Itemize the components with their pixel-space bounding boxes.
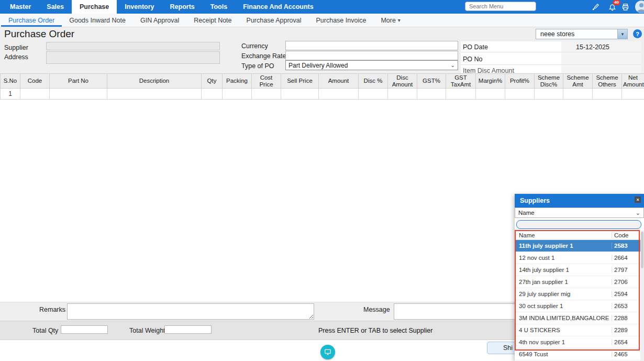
chevron-down-icon: ⌄ (451, 62, 458, 68)
search-menu-input[interactable] (465, 2, 536, 11)
supplier-row-6549-tcust[interactable]: 6549 Tcust2465 (515, 348, 640, 360)
supplier-row-4th-nov-suppier-1[interactable]: 4th nov suppier 12654 (515, 336, 640, 348)
user-avatar[interactable] (635, 1, 644, 13)
item-cell-part-no[interactable] (50, 89, 107, 100)
exchange-rate-field[interactable] (285, 51, 458, 60)
supplier-row-14th-july-supplier-1[interactable]: 14th july supplier 12797 (515, 264, 640, 276)
column-header-code: Code (20, 74, 50, 89)
tab-purchase-order[interactable]: Purchase Order (1, 14, 62, 27)
supplier-row-3m-india-limited-bangalore[interactable]: 3M INDIA LIMITED,BANGALORE2288 (515, 312, 640, 324)
supplier-field[interactable] (46, 42, 220, 50)
chevron-down-icon[interactable]: ▼ (617, 29, 627, 39)
item-cell-amount[interactable] (319, 89, 359, 100)
item-cell-cost-price[interactable] (252, 89, 281, 100)
item-cell-qty[interactable] (202, 89, 223, 100)
popup-scrollbar-thumb[interactable] (641, 232, 643, 268)
item-cell-sell-price[interactable] (281, 89, 319, 100)
tab-gin-approval[interactable]: GIN Approval (133, 14, 186, 27)
total-qty-field[interactable] (61, 325, 108, 334)
store-selector[interactable]: neee stores ▼ (536, 29, 628, 39)
tab-receipt-note[interactable]: Receipt Note (186, 14, 239, 27)
supplier-search-input[interactable] (516, 220, 641, 229)
tab-purchase-approval[interactable]: Purchase Approval (239, 14, 309, 27)
supplier-code: 2706 (612, 279, 640, 285)
tab-goods-inward-note[interactable]: Goods Inward Note (62, 14, 133, 27)
remarks-textarea[interactable] (67, 303, 314, 320)
supplier-row-30-oct-supplier-1[interactable]: 30 oct supplier 12653 (515, 300, 640, 312)
menu-sales[interactable]: Sales (39, 0, 72, 14)
help-icon[interactable]: ? (633, 29, 642, 38)
item-cell-gst-pct[interactable] (417, 89, 446, 100)
supplier-row-29-july-supplier-mig[interactable]: 29 july supplier mig2594 (515, 288, 640, 300)
item-cell-profit-pct[interactable] (505, 89, 535, 100)
tab-more[interactable]: More▾ (373, 14, 408, 27)
po-date-value: 15-12-2025 (576, 43, 609, 51)
column-header-disc-amount: Disc Amount (388, 74, 417, 89)
item-cell-scheme-others[interactable] (593, 89, 622, 100)
suppliers-popup-header[interactable]: Suppliers ✕ (515, 194, 644, 207)
menu-bar: MasterSalesPurchaseInventoryReportsTools… (0, 0, 321, 14)
column-header-packing: Packing (223, 74, 252, 89)
column-header-s-no: S.No (1, 74, 20, 89)
item-cell-s-no[interactable]: 1 (1, 89, 20, 100)
supplier-code: 2288 (612, 315, 640, 321)
chevron-down-icon: ▾ (398, 17, 401, 23)
supplier-select-hint: Press ENTER or TAB to select Supplier (318, 327, 432, 334)
column-header-margin: Margin% (476, 74, 505, 89)
menu-master[interactable]: Master (2, 0, 39, 14)
item-cell-description[interactable] (107, 89, 202, 100)
supplier-name: 30 oct supplier 1 (515, 303, 612, 309)
column-header-cost-price: Cost Price (252, 74, 281, 89)
item-row: 1 (1, 89, 644, 100)
type-of-po-value: Part Delivery Allowed (286, 62, 451, 69)
po-no-label: PO No (463, 56, 483, 63)
supplier-name: 3M INDIA LIMITED,BANGALORE (515, 315, 612, 321)
supplier-filter-select[interactable]: Name ⌄ (515, 207, 644, 218)
item-cell-scheme-amt[interactable] (563, 89, 593, 100)
supplier-row-12-nov-cust-1[interactable]: 12 nov cust 12664 (515, 252, 640, 264)
support-chat-button[interactable] (320, 345, 335, 359)
column-header-profit: Profit% (505, 74, 535, 89)
suppliers-popup: Suppliers ✕ Name ⌄ Name Code 11th july s… (515, 194, 644, 361)
menu-finance-and-accounts[interactable]: Finance And Accounts (235, 0, 321, 14)
item-cell-disc-pct[interactable] (359, 89, 388, 100)
item-cell-code[interactable] (20, 89, 50, 100)
currency-field[interactable] (285, 41, 458, 50)
tab-purchase-invoice[interactable]: Purchase Invoice (308, 14, 373, 27)
menu-tools[interactable]: Tools (203, 0, 235, 14)
item-cell-disc-amount[interactable] (388, 89, 417, 100)
supplier-row-11th-july-supplier-1[interactable]: 11th july supplier 12583 (515, 240, 640, 252)
column-header-sell-price: Sell Price (281, 74, 319, 89)
remarks-label: Remarks (39, 306, 65, 313)
supplier-name: 27th jan supplier 1 (515, 279, 612, 285)
menu-inventory[interactable]: Inventory (117, 0, 162, 14)
notifications-bell-icon[interactable]: 40 (607, 2, 617, 12)
menu-purchase[interactable]: Purchase (72, 0, 117, 14)
theme-brush-icon[interactable] (591, 2, 600, 12)
item-cell-net-amount[interactable] (622, 89, 644, 100)
type-of-po-select[interactable]: Part Delivery Allowed ⌄ (285, 60, 458, 70)
type-of-po-label: Type of PO (241, 62, 274, 70)
popup-scrollbar[interactable] (640, 231, 644, 361)
address-label: Address (4, 53, 28, 61)
column-header-disc: Disc % (359, 74, 388, 89)
column-header-gst: GST% (417, 74, 446, 89)
menu-reports[interactable]: Reports (162, 0, 203, 14)
supplier-row-4-u-stickers[interactable]: 4 U STICKERS2289 (515, 324, 640, 336)
purchase-tab-bar: Purchase OrderGoods Inward NoteGIN Appro… (0, 14, 644, 27)
column-header-gst-taxamt: GST TaxAmt (446, 74, 476, 89)
item-cell-gst-taxamt[interactable] (446, 89, 476, 100)
address-field[interactable] (46, 51, 220, 64)
supplier-row-27th-jan-supplier-1[interactable]: 27th jan supplier 12706 (515, 276, 640, 288)
item-cell-margin-pct[interactable] (476, 89, 505, 100)
print-icon[interactable] (620, 2, 630, 12)
item-cell-packing[interactable] (223, 89, 252, 100)
page-title: Purchase Order (4, 28, 74, 40)
message-label: Message (363, 306, 390, 313)
top-navigation: MasterSalesPurchaseInventoryReportsTools… (0, 0, 644, 14)
close-icon[interactable]: ✕ (635, 196, 641, 203)
purchase-order-screen: MasterSalesPurchaseInventoryReportsTools… (0, 0, 644, 361)
store-selector-value: neee stores (536, 30, 617, 38)
item-cell-scheme-disc[interactable] (535, 89, 563, 100)
total-weight-field[interactable] (164, 325, 212, 334)
